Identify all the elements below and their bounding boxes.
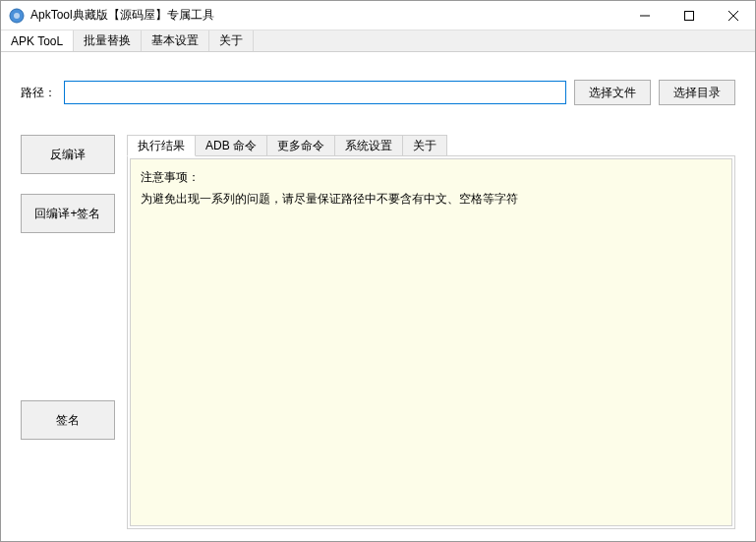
- tab-adb[interactable]: ADB 命令: [195, 135, 267, 156]
- spacer: [21, 253, 115, 400]
- tab-content: 注意事项： 为避免出现一系列的问题，请尽量保证路径中不要含有中文、空格等字符: [127, 155, 735, 529]
- tab-result[interactable]: 执行结果: [127, 135, 196, 156]
- menu-batch-replace[interactable]: 批量替换: [74, 30, 142, 51]
- titlebar: ApkTool典藏版【源码屋】专属工具: [1, 1, 755, 30]
- maximize-button[interactable]: [667, 1, 711, 30]
- app-icon: [9, 8, 25, 24]
- svg-point-1: [14, 13, 20, 19]
- select-file-button[interactable]: 选择文件: [574, 80, 651, 105]
- sign-button[interactable]: 签名: [21, 400, 115, 440]
- window-controls: [622, 1, 755, 30]
- path-row: 路径： 选择文件 选择目录: [21, 80, 735, 105]
- path-label: 路径：: [21, 85, 56, 101]
- tab-about[interactable]: 关于: [402, 135, 447, 156]
- select-dir-button[interactable]: 选择目录: [659, 80, 735, 105]
- result-line: 注意事项：: [141, 167, 722, 189]
- result-textarea[interactable]: 注意事项： 为避免出现一系列的问题，请尽量保证路径中不要含有中文、空格等字符: [130, 158, 732, 526]
- menu-about[interactable]: 关于: [209, 30, 254, 51]
- recompile-sign-button[interactable]: 回编译+签名: [21, 194, 115, 233]
- menubar: APK TooL 批量替换 基本设置 关于: [1, 30, 755, 52]
- decompile-button[interactable]: 反编译: [21, 135, 115, 174]
- tabs: 执行结果 ADB 命令 更多命令 系统设置 关于: [127, 135, 735, 156]
- menu-basic-settings[interactable]: 基本设置: [142, 30, 209, 51]
- right-panel: 执行结果 ADB 命令 更多命令 系统设置 关于 注意事项： 为避免出现一系列的…: [127, 135, 735, 529]
- svg-rect-3: [684, 11, 693, 20]
- menu-apk-tool[interactable]: APK TooL: [1, 30, 74, 51]
- result-line: 为避免出现一系列的问题，请尽量保证路径中不要含有中文、空格等字符: [141, 189, 722, 211]
- content-area: 路径： 选择文件 选择目录 反编译 回编译+签名 签名 执行结果 ADB 命令 …: [1, 52, 755, 542]
- main-area: 反编译 回编译+签名 签名 执行结果 ADB 命令 更多命令 系统设置 关于 注…: [21, 135, 735, 529]
- path-input[interactable]: [64, 81, 566, 104]
- tab-more-cmd[interactable]: 更多命令: [266, 135, 335, 156]
- left-button-panel: 反编译 回编译+签名 签名: [21, 135, 115, 529]
- tab-system-settings[interactable]: 系统设置: [334, 135, 403, 156]
- close-button[interactable]: [711, 1, 755, 30]
- window-title: ApkTool典藏版【源码屋】专属工具: [30, 7, 622, 24]
- minimize-button[interactable]: [622, 1, 667, 30]
